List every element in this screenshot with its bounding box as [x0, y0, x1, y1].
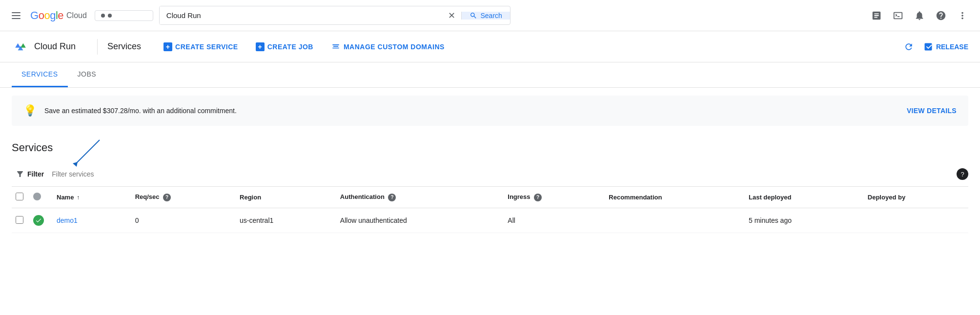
terminal-icon-button[interactable] [888, 6, 908, 25]
project-dot [101, 14, 105, 18]
view-details-button[interactable]: VIEW DETAILS [907, 107, 957, 115]
req-sec-value: 0 [135, 217, 139, 224]
filter-bar: Filter ? [12, 162, 968, 187]
search-input[interactable] [160, 6, 443, 24]
td-recommendation [601, 208, 741, 233]
svg-rect-2 [12, 18, 20, 19]
td-name: demo1 [49, 208, 127, 233]
help-icon-button[interactable] [931, 6, 951, 25]
table-row: demo1 0 us-central1 Allow unauthenticate… [12, 208, 968, 233]
services-heading: Services [12, 141, 968, 154]
savings-banner: 💡 Save an estimated $307.28/mo. with an … [12, 96, 968, 126]
sub-nav-divider [97, 39, 98, 55]
td-authentication: Allow unauthenticated [332, 208, 500, 233]
annotation-arrow [61, 135, 129, 169]
sub-nav-right: RELEASE [900, 38, 968, 56]
sort-arrow-icon: ↑ [77, 194, 80, 201]
hamburger-menu-button[interactable] [8, 8, 24, 23]
td-req-sec: 0 [127, 208, 232, 233]
document-icon [871, 10, 882, 21]
th-name: Name ↑ [49, 187, 127, 208]
savings-text: Save an estimated $307.28/mo. with an ad… [44, 107, 899, 115]
top-nav: Google Cloud ✕ Search [0, 0, 980, 31]
th-region: Region [232, 187, 332, 208]
refresh-icon [904, 42, 914, 52]
ingress-help-icon[interactable]: ? [534, 194, 542, 201]
td-deployed-by [860, 208, 968, 233]
filter-icon [16, 170, 24, 178]
th-last-deployed-label: Last deployed [749, 194, 791, 201]
cloud-run-title: Cloud Run [34, 41, 76, 52]
region-value: us-central1 [240, 217, 273, 224]
ingress-value: All [508, 217, 515, 224]
table-body: demo1 0 us-central1 Allow unauthenticate… [12, 208, 968, 233]
th-req-sec: Req/sec ? [127, 187, 232, 208]
select-all-checkbox[interactable] [16, 193, 23, 200]
notification-icon-button[interactable] [910, 6, 929, 25]
search-button[interactable]: Search [461, 12, 510, 20]
req-sec-help-icon[interactable]: ? [163, 194, 171, 201]
create-service-button[interactable]: + CREATE SERVICE [157, 39, 245, 55]
filter-help-button[interactable]: ? [957, 168, 968, 180]
nav-icons [867, 6, 972, 25]
project-selector[interactable] [95, 10, 153, 21]
release-button[interactable]: RELEASE [923, 42, 968, 52]
cloud-run-icon [12, 38, 29, 56]
more-icon [957, 10, 968, 21]
search-icon [470, 12, 477, 20]
td-ingress: All [500, 208, 601, 233]
th-deployed-by-label: Deployed by [868, 194, 905, 201]
filter-input[interactable] [52, 170, 953, 178]
th-ingress: Ingress ? [500, 187, 601, 208]
svg-line-3 [75, 140, 100, 164]
service-name-link[interactable]: demo1 [57, 217, 78, 224]
sub-nav-actions: + CREATE SERVICE + CREATE JOB MANAGE CUS… [157, 38, 451, 56]
google-cloud-logo[interactable]: Google Cloud [30, 9, 87, 22]
tab-services[interactable]: SERVICES [12, 62, 68, 87]
refresh-button[interactable] [900, 38, 918, 56]
th-last-deployed: Last deployed [741, 187, 860, 208]
th-authentication: Authentication ? [332, 187, 500, 208]
create-service-plus-icon: + [163, 42, 172, 51]
last-deployed-value: 5 minutes ago [749, 217, 792, 224]
search-button-label: Search [480, 12, 502, 20]
th-ingress-label: Ingress [508, 193, 530, 200]
create-job-plus-icon: + [256, 42, 265, 51]
status-green-icon [33, 215, 44, 226]
create-job-label: CREATE JOB [267, 43, 313, 51]
services-section: Services Filter ? [0, 134, 980, 233]
manage-custom-domains-button[interactable]: MANAGE CUSTOM DOMAINS [324, 38, 451, 56]
th-auth-label: Authentication [340, 193, 385, 200]
more-options-button[interactable] [953, 6, 972, 25]
filter-button[interactable]: Filter [12, 167, 48, 181]
sub-nav: Cloud Run Services + CREATE SERVICE + CR… [0, 31, 980, 62]
svg-rect-1 [12, 15, 20, 16]
search-bar: ✕ Search [159, 6, 510, 25]
release-label: RELEASE [936, 43, 968, 51]
td-status [31, 208, 49, 233]
services-breadcrumb: Services [107, 41, 141, 52]
create-job-button[interactable]: + CREATE JOB [249, 39, 320, 55]
manage-domains-label: MANAGE CUSTOM DOMAINS [344, 43, 445, 51]
th-region-label: Region [240, 194, 261, 201]
manage-domains-icon [331, 42, 341, 52]
th-deployed-by: Deployed by [860, 187, 968, 208]
table-header: Name ↑ Req/sec ? Region Authentication ?… [12, 187, 968, 208]
status-header-dot [33, 193, 41, 200]
td-region: us-central1 [232, 208, 332, 233]
create-service-label: CREATE SERVICE [175, 43, 238, 51]
td-checkbox [12, 208, 31, 233]
auth-value: Allow unauthenticated [340, 217, 407, 224]
project-dot-2 [108, 14, 112, 18]
tabs-bar: SERVICES JOBS [0, 62, 980, 88]
savings-icon: 💡 [23, 104, 37, 117]
filter-label: Filter [27, 170, 44, 178]
row-checkbox[interactable] [16, 216, 23, 224]
document-icon-button[interactable] [867, 6, 886, 25]
auth-help-icon[interactable]: ? [388, 194, 396, 201]
svg-rect-0 [12, 12, 20, 13]
search-clear-button[interactable]: ✕ [442, 10, 461, 21]
cloud-run-logo: Cloud Run [12, 38, 76, 56]
svg-marker-4 [73, 162, 78, 167]
tab-jobs[interactable]: JOBS [68, 62, 106, 87]
